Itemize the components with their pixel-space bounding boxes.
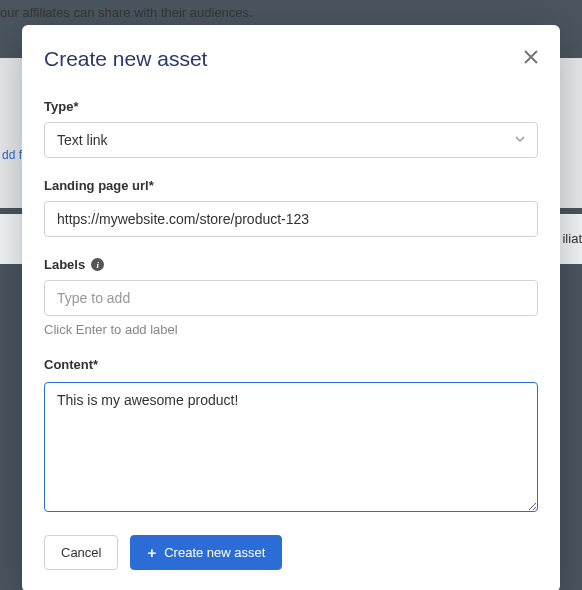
plus-icon: + — [147, 545, 156, 560]
create-asset-button[interactable]: + Create new asset — [130, 535, 282, 570]
create-asset-modal: Create new asset Type* Text link Landing… — [22, 25, 560, 590]
background-text: our affiliates can share with their audi… — [0, 5, 253, 20]
type-select[interactable]: Text link — [44, 122, 538, 158]
modal-title: Create new asset — [44, 47, 207, 71]
info-icon[interactable]: i — [91, 258, 104, 271]
cancel-button[interactable]: Cancel — [44, 535, 118, 570]
labels-label: Labels — [44, 257, 85, 272]
landing-url-label: Landing page url* — [44, 178, 538, 193]
content-label: Content* — [44, 357, 538, 372]
content-textarea[interactable] — [44, 382, 538, 512]
type-label: Type* — [44, 99, 538, 114]
labels-hint: Click Enter to add label — [44, 322, 538, 337]
labels-input[interactable] — [44, 280, 538, 316]
background-link-fragment: dd f — [2, 148, 22, 162]
landing-url-input[interactable] — [44, 201, 538, 237]
background-right-fragment: iliat — [562, 231, 582, 246]
close-icon[interactable] — [524, 47, 538, 67]
create-asset-button-label: Create new asset — [164, 545, 265, 560]
